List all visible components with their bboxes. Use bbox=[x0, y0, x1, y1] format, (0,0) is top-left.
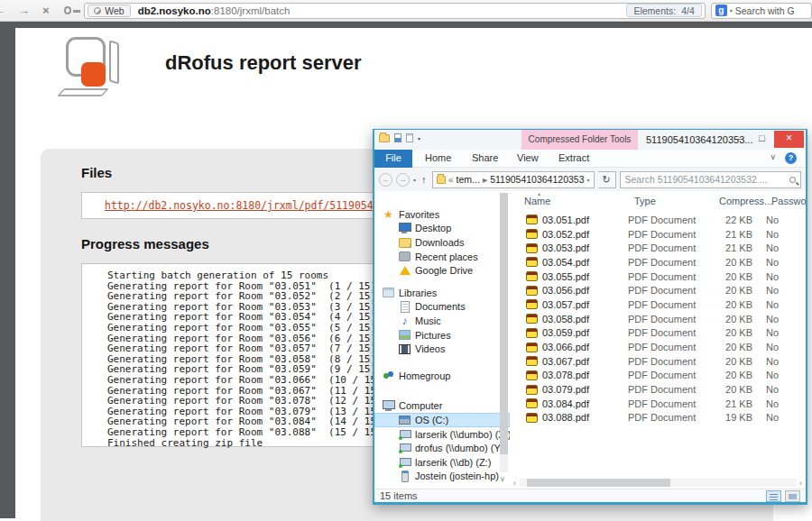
nav-item[interactable]: drofus (\\dumbo) (Y:) bbox=[374, 441, 510, 455]
nav-scrollbar[interactable] bbox=[500, 193, 508, 472]
explorer-nav: FavoritesDesktopDownloadsRecent placesGo… bbox=[374, 191, 510, 489]
file-row[interactable]: 03.054.pdfPDF Document20 KBNo bbox=[512, 255, 806, 270]
nav-scrollbar-thumb[interactable] bbox=[500, 193, 508, 454]
contextual-tab-header[interactable]: Compressed Folder Tools bbox=[521, 130, 638, 150]
nav-item[interactable]: Desktop bbox=[374, 222, 510, 236]
browser-search-field[interactable]: g ▾ Search with G bbox=[711, 3, 812, 19]
browser-stop-icon[interactable]: × bbox=[42, 2, 50, 20]
nav-item[interactable]: Pictures bbox=[374, 328, 510, 343]
file-row[interactable]: 03.088.pdfPDF Document19 KBNo bbox=[512, 411, 806, 425]
key-icon[interactable] bbox=[64, 6, 72, 14]
tab-file[interactable]: File bbox=[374, 150, 412, 168]
nav-scroll-down-icon[interactable]: ∨ bbox=[500, 475, 505, 483]
file-list-pane: ▲ Name Type Compress... Passwor 03.051.p… bbox=[512, 191, 806, 489]
explorer-search-field[interactable]: Search 5119054103641203532.... bbox=[620, 171, 801, 188]
browser-back-icon[interactable]: ← bbox=[0, 2, 5, 20]
nav-item[interactable]: Documents bbox=[374, 300, 510, 315]
nav-group-favorites[interactable]: Favorites bbox=[374, 207, 510, 222]
horizontal-scrollbar[interactable]: ‹ › bbox=[513, 478, 802, 488]
column-header-type[interactable]: Type bbox=[634, 196, 656, 206]
file-row[interactable]: 03.059.pdfPDF Document20 KBNo bbox=[512, 326, 806, 341]
nav-label: Documents bbox=[415, 301, 466, 312]
explorer-titlebar[interactable]: ▾ Compressed Folder Tools 51190541036412… bbox=[374, 130, 806, 150]
file-row[interactable]: 03.052.pdfPDF Document21 KBNo bbox=[512, 227, 806, 242]
nav-group-computer[interactable]: Computer bbox=[374, 399, 510, 414]
nav-item[interactable]: Videos bbox=[374, 342, 510, 356]
file-row[interactable]: 03.057.pdfPDF Document20 KBNo bbox=[512, 297, 806, 312]
file-row[interactable]: 03.056.pdfPDF Document20 KBNo bbox=[512, 283, 806, 297]
nav-group-homegroup[interactable]: Homegroup bbox=[374, 369, 510, 383]
file-password: No bbox=[766, 356, 779, 367]
help-button[interactable]: ? bbox=[785, 152, 797, 164]
details-view-button[interactable] bbox=[766, 490, 781, 502]
file-password: No bbox=[766, 314, 779, 324]
file-row[interactable]: 03.058.pdfPDF Document20 KBNo bbox=[512, 312, 806, 326]
file-row[interactable]: 03.053.pdfPDF Document21 KBNo bbox=[512, 241, 806, 255]
up-button[interactable]: ↑ bbox=[421, 174, 427, 185]
file-password: No bbox=[766, 398, 779, 409]
file-name: 03.057.pdf bbox=[542, 299, 628, 310]
column-header-name[interactable]: Name bbox=[524, 196, 550, 206]
large-icons-view-button[interactable] bbox=[785, 490, 800, 502]
hscroll-thumb[interactable] bbox=[527, 479, 670, 487]
ribbon-collapse-icon[interactable]: ∨ bbox=[770, 152, 776, 161]
file-type: PDF Document bbox=[628, 242, 697, 253]
file-row[interactable]: 03.084.pdfPDF Document21 KBNo bbox=[512, 397, 806, 411]
file-row[interactable]: 03.079.pdfPDF Document20 KBNo bbox=[512, 382, 806, 397]
minimize-button[interactable]: – bbox=[725, 131, 750, 148]
browser-address-bar[interactable]: Web db2.nosyko.no:8180/jrxml/batch Eleme… bbox=[84, 3, 706, 19]
google-icon: g bbox=[715, 5, 727, 16]
url-host: db2.nosyko.no bbox=[138, 5, 211, 16]
computer-icon bbox=[383, 400, 394, 411]
nav-forward-button[interactable]: → bbox=[396, 173, 410, 187]
file-row[interactable]: 03.051.pdfPDF Document22 KBNo bbox=[512, 213, 806, 227]
qat-dropdown-icon[interactable]: ▾ bbox=[418, 135, 420, 142]
file-type: PDF Document bbox=[628, 215, 697, 225]
nav-item[interactable]: Downloads bbox=[374, 235, 510, 250]
nav-back-button[interactable]: ← bbox=[379, 173, 392, 187]
breadcrumb-current[interactable]: 5119054103641203532.zip bbox=[490, 174, 584, 185]
nav-item[interactable]: Music bbox=[374, 314, 510, 328]
file-type: PDF Document bbox=[628, 299, 697, 310]
file-password: No bbox=[766, 384, 779, 395]
nav-item[interactable]: larserik (\\dumbo) (X:) bbox=[374, 427, 510, 442]
refresh-button[interactable]: ↻ bbox=[598, 171, 616, 188]
column-header-compressed-size[interactable]: Compress... bbox=[719, 196, 772, 206]
breadcrumb-overflow-icon[interactable]: « bbox=[448, 174, 454, 185]
search-engine-dropdown-icon[interactable]: ▾ bbox=[730, 7, 733, 14]
tab-extract[interactable]: Extract bbox=[558, 150, 589, 168]
pdf-file-icon bbox=[526, 215, 538, 224]
file-row[interactable]: 03.078.pdfPDF Document20 KBNo bbox=[512, 369, 806, 383]
elements-label: Elements: bbox=[633, 5, 676, 16]
maximize-button[interactable]: □ bbox=[750, 131, 774, 148]
close-button[interactable]: × bbox=[774, 131, 804, 148]
file-compressed-size: 20 KB bbox=[697, 370, 752, 380]
security-badge[interactable]: Web bbox=[88, 5, 130, 17]
new-folder-icon[interactable] bbox=[394, 133, 401, 142]
scroll-right-icon[interactable]: › bbox=[799, 479, 802, 488]
nav-item[interactable]: larserik (\\db) (Z:) bbox=[374, 455, 510, 470]
ribbon-tab-bar: File Home Share View Extract ∨ ? bbox=[374, 150, 806, 168]
nav-group-libraries[interactable]: Libraries bbox=[374, 286, 510, 300]
nav-item[interactable]: OS (C:) bbox=[374, 413, 510, 427]
file-list-body: 03.051.pdfPDF Document22 KBNo03.052.pdfP… bbox=[512, 213, 806, 425]
nav-item[interactable]: Google Drive bbox=[374, 263, 510, 278]
nav-item[interactable]: Jostein (jostein-hp) bbox=[374, 470, 510, 484]
tab-home[interactable]: Home bbox=[425, 150, 451, 168]
nav-item[interactable]: Recent places bbox=[374, 250, 510, 264]
column-header-password[interactable]: Passwor bbox=[771, 196, 806, 206]
breadcrumb-bar[interactable]: « tem... ▸ 5119054103641203532.zip ▾ bbox=[432, 171, 595, 188]
tab-view[interactable]: View bbox=[517, 150, 539, 168]
breadcrumb-segment[interactable]: tem... bbox=[457, 174, 480, 185]
browser-forward-icon[interactable]: → bbox=[18, 2, 30, 20]
history-dropdown-icon[interactable]: ▾ bbox=[413, 177, 416, 183]
file-password: No bbox=[766, 242, 779, 253]
file-row[interactable]: 03.055.pdfPDF Document20 KBNo bbox=[512, 270, 806, 284]
scroll-left-icon[interactable]: ‹ bbox=[513, 479, 516, 488]
address-dropdown-icon[interactable]: ▾ bbox=[587, 177, 590, 183]
properties-icon[interactable] bbox=[406, 133, 413, 142]
file-row[interactable]: 03.067.pdfPDF Document20 KBNo bbox=[512, 354, 806, 369]
file-row[interactable]: 03.066.pdfPDF Document20 KBNo bbox=[512, 340, 806, 354]
page-frame-top bbox=[0, 22, 812, 28]
tab-share[interactable]: Share bbox=[472, 150, 498, 168]
